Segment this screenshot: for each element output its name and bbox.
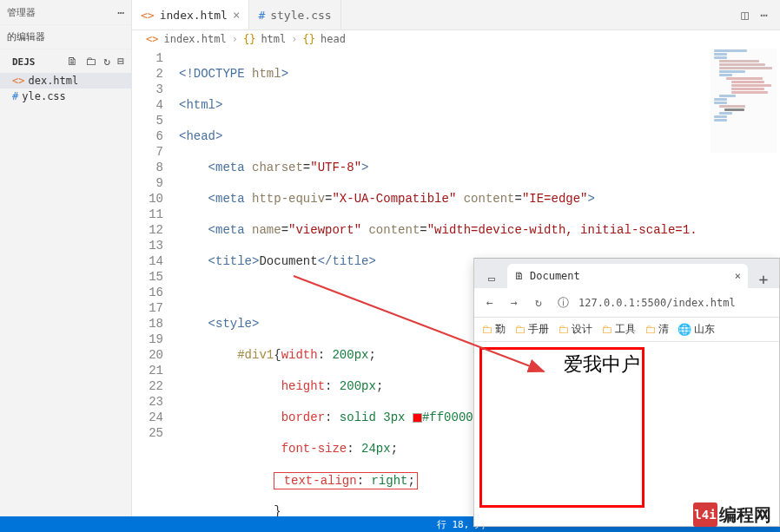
logo-badge: l4i bbox=[693, 502, 717, 527]
highlighted-css-line: text-align: right; bbox=[274, 472, 418, 489]
breadcrumb-part[interactable]: index.html bbox=[163, 33, 226, 45]
bookmark-item[interactable]: 🗀工具 bbox=[601, 322, 636, 337]
browser-toolbar: ← → ↻ ⓘ 127.0.0.1:5500/index.html bbox=[474, 288, 779, 318]
brace-icon: {} bbox=[243, 33, 255, 45]
globe-icon: 🌐 bbox=[678, 323, 691, 336]
reload-icon[interactable]: ↻ bbox=[530, 296, 547, 309]
logo-text: 编程网 bbox=[719, 503, 771, 527]
breadcrumb-part[interactable]: head bbox=[321, 33, 346, 45]
close-icon[interactable]: × bbox=[233, 8, 240, 22]
bookmark-item[interactable]: 🗀手册 bbox=[514, 322, 549, 337]
file-item-index-html[interactable]: <> dex.html bbox=[0, 73, 131, 89]
browser-preview-window: ▭ 🗎 Document × + ← → ↻ ⓘ 127.0.0.1:5500/… bbox=[473, 258, 780, 527]
browser-tab-title: Document bbox=[530, 270, 580, 282]
sidebar-header: 管理器 ⋯ bbox=[0, 0, 131, 24]
new-folder-icon[interactable]: 🗀 bbox=[85, 55, 96, 68]
watermark-logo: l4i 编程网 bbox=[693, 502, 771, 527]
back-icon[interactable]: ← bbox=[481, 296, 499, 309]
rendered-text: 爱我中户 bbox=[564, 353, 640, 375]
folder-icon: 🗀 bbox=[601, 323, 612, 336]
html-file-icon: <> bbox=[146, 33, 158, 45]
new-tab-button[interactable]: + bbox=[751, 270, 776, 288]
split-editor-icon[interactable]: ◫ bbox=[741, 8, 748, 22]
css-file-icon: # bbox=[12, 90, 18, 102]
more-icon[interactable]: ⋯ bbox=[117, 6, 124, 19]
line-number-gutter: 1234567891011121314151617181920212223242… bbox=[132, 49, 179, 441]
tab-label: style.css bbox=[270, 9, 331, 22]
bookmark-item[interactable]: 🗀清 bbox=[644, 322, 669, 337]
breadcrumb-part[interactable]: html bbox=[261, 33, 286, 45]
folder-icon: 🗀 bbox=[514, 323, 526, 336]
project-label: DEJS bbox=[7, 53, 43, 69]
rendered-div1: 爱我中户 bbox=[479, 347, 644, 508]
tab-index-html[interactable]: <> index.html × bbox=[132, 0, 249, 30]
css-file-icon: # bbox=[258, 9, 265, 22]
new-file-icon[interactable]: 🗎 bbox=[67, 55, 78, 68]
bookmark-item[interactable]: 🌐山东 bbox=[678, 322, 715, 337]
folder-icon: 🗀 bbox=[481, 323, 492, 336]
tab-label: index.html bbox=[160, 9, 228, 22]
tab-search-icon[interactable]: ▭ bbox=[479, 267, 504, 288]
bookmark-item[interactable]: 🗀勤 bbox=[481, 322, 506, 337]
minimap[interactable] bbox=[711, 49, 777, 153]
project-section[interactable]: DEJS 🗎 🗀 ↻ ⊟ bbox=[0, 49, 131, 73]
close-icon[interactable]: × bbox=[735, 270, 741, 282]
file-label: dex.html bbox=[28, 75, 78, 87]
forward-icon[interactable]: → bbox=[506, 296, 523, 309]
collapse-icon[interactable]: ⊟ bbox=[117, 55, 124, 68]
open-editors-label: 的编辑器 bbox=[7, 30, 45, 43]
browser-tab[interactable]: 🗎 Document × bbox=[507, 264, 748, 288]
bookmark-item[interactable]: 🗀设计 bbox=[558, 322, 592, 337]
folder-icon: 🗀 bbox=[644, 323, 656, 336]
sidebar: 管理器 ⋯ 的编辑器 DEJS 🗎 🗀 ↻ ⊟ <> dex.html # yl… bbox=[0, 0, 132, 516]
info-icon[interactable]: ⓘ bbox=[554, 295, 572, 311]
html-file-icon: <> bbox=[141, 9, 155, 22]
chevron-right-icon: › bbox=[232, 33, 238, 45]
page-icon: 🗎 bbox=[514, 270, 525, 282]
address-bar[interactable]: 127.0.0.1:5500/index.html bbox=[578, 297, 736, 309]
more-actions-icon[interactable]: ⋯ bbox=[761, 8, 768, 22]
chevron-right-icon: › bbox=[291, 33, 297, 45]
bookmarks-bar: 🗀勤 🗀手册 🗀设计 🗀工具 🗀清 🌐山东 bbox=[474, 318, 779, 342]
explorer-title: 管理器 bbox=[7, 6, 36, 19]
file-label: yle.css bbox=[22, 90, 66, 102]
refresh-icon[interactable]: ↻ bbox=[103, 55, 110, 68]
color-swatch[interactable] bbox=[413, 413, 422, 423]
browser-viewport: 爱我中户 bbox=[474, 342, 779, 526]
tab-bar: <> index.html × # style.css ◫ ⋯ bbox=[132, 0, 780, 30]
html-file-icon: <> bbox=[12, 75, 24, 87]
breadcrumb[interactable]: <> index.html › {} html › {} head bbox=[146, 33, 346, 45]
brace-icon: {} bbox=[303, 33, 315, 45]
file-item-style-css[interactable]: # yle.css bbox=[0, 89, 131, 104]
tab-style-css[interactable]: # style.css bbox=[249, 0, 340, 30]
folder-icon: 🗀 bbox=[558, 323, 569, 336]
browser-tab-strip: ▭ 🗎 Document × + bbox=[474, 259, 779, 288]
open-editors-section[interactable]: 的编辑器 bbox=[0, 24, 131, 49]
